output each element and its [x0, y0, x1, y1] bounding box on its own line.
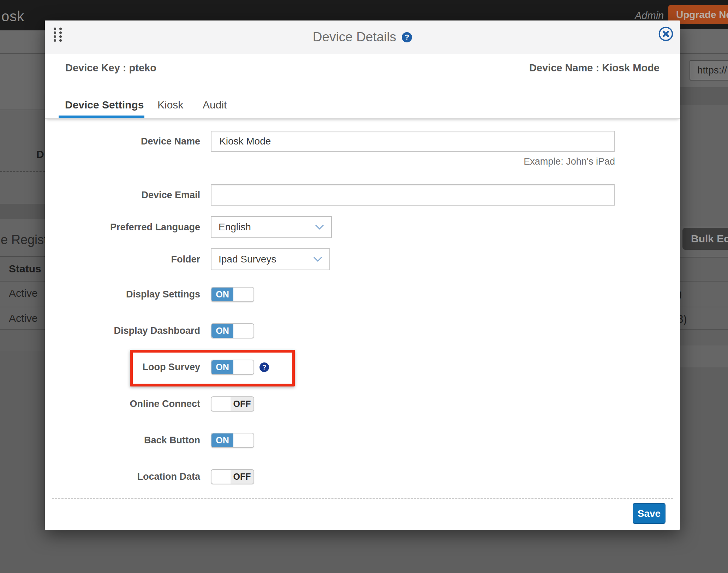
table-row [680, 282, 728, 307]
active-tab-underline [59, 116, 144, 118]
table-row [680, 307, 728, 329]
bg-panel [0, 330, 45, 351]
back-button-toggle[interactable]: ON [211, 433, 254, 448]
display-dashboard-toggle[interactable]: ON [211, 323, 254, 338]
loop-survey-label: Loop Survey [66, 360, 200, 375]
folder-select[interactable]: Ipad Surveys [211, 248, 330, 270]
location-data-label: Location Data [66, 469, 200, 484]
modal-tabs: Device Settings Kiosk Audit [45, 91, 680, 119]
back-button-label: Back Button [66, 433, 200, 448]
device-email-label: Device Email [66, 184, 200, 206]
chevron-down-icon [313, 256, 322, 262]
device-key-text: Device Key : pteko [65, 62, 156, 74]
app-logo: osk [1, 8, 24, 24]
bg-tab-bar-right [680, 29, 728, 53]
preferred-language-value: English [219, 221, 251, 233]
close-icon[interactable] [658, 26, 674, 42]
modal-header: Device Details ? [45, 20, 680, 54]
tab-device-settings[interactable]: Device Settings [65, 99, 144, 111]
preferred-language-label: Preferred Language [66, 216, 200, 238]
save-button[interactable]: Save [633, 503, 666, 524]
status-cell: Active [9, 287, 38, 299]
display-settings-label: Display Settings [66, 287, 200, 302]
bg-label-fragment: D [36, 148, 44, 160]
device-name-text: Device Name : Kiosk Mode [529, 62, 660, 74]
bg-panel [0, 204, 45, 219]
tab-audit[interactable]: Audit [203, 99, 227, 111]
device-name-label: Device Name [66, 131, 200, 152]
loop-survey-help-icon[interactable]: ? [259, 362, 269, 372]
help-icon[interactable]: ? [402, 32, 412, 42]
display-dashboard-label: Display Dashboard [66, 323, 200, 338]
display-settings-toggle[interactable]: ON [211, 287, 254, 302]
registration-title: e Registr [1, 232, 52, 247]
preferred-language-select[interactable]: English [211, 216, 332, 238]
loop-survey-toggle[interactable]: ON [211, 360, 254, 375]
online-connect-label: Online Connect [66, 396, 200, 412]
folder-value: Ipad Surveys [219, 254, 276, 265]
bulk-edit-button[interactable]: Bulk Edit [682, 228, 728, 250]
bg-tab-bar: Mobile [0, 30, 45, 53]
modal-title: Device Details [313, 30, 396, 45]
status-header: Status [9, 263, 41, 275]
screen: osk Admin Upgrade Now Mobile D e Registr… [0, 0, 728, 573]
bg-panel [680, 330, 728, 345]
device-details-modal: Device Details ? Device Key : pteko Devi… [45, 20, 680, 530]
admin-link[interactable]: Admin [635, 10, 664, 22]
status-cell: Active [9, 312, 38, 324]
url-input[interactable]: https:// [690, 60, 728, 81]
device-name-input[interactable] [211, 131, 615, 152]
bg-dashed-divider [0, 171, 45, 172]
tab-kiosk[interactable]: Kiosk [157, 99, 183, 111]
footer-divider [52, 498, 673, 499]
modal-subheader: Device Key : pteko Device Name : Kiosk M… [45, 54, 680, 91]
bg-panel [680, 87, 728, 105]
bg-panel [680, 345, 728, 367]
bg-table-header [680, 258, 728, 281]
device-name-hint: Example: John's iPad [524, 156, 615, 167]
online-connect-toggle[interactable]: OFF [211, 396, 254, 412]
bg-panel [0, 54, 45, 110]
chevron-down-icon [315, 224, 324, 230]
folder-label: Folder [66, 248, 200, 270]
device-email-input[interactable] [211, 184, 615, 206]
bg-panel [680, 105, 728, 226]
drag-handle-icon[interactable] [54, 28, 62, 42]
location-data-toggle[interactable]: OFF [211, 469, 254, 484]
